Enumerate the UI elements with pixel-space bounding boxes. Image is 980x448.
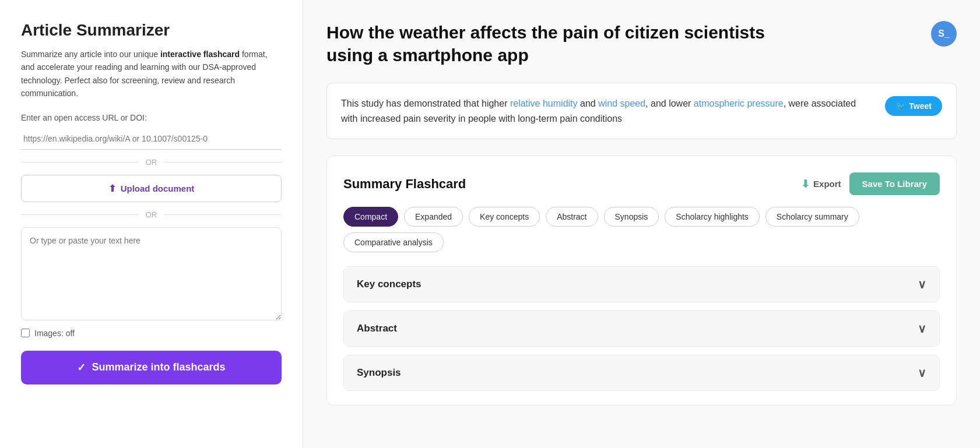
description-start: Summarize any article into our unique (21, 50, 160, 59)
tab-scholarcy-summary[interactable]: Scholarcy summary (765, 207, 859, 227)
summary-link-pressure[interactable]: atmospheric pressure (694, 98, 784, 108)
accordion-list: Key concepts ∨ Abstract ∨ Synopsis ∨ (343, 266, 940, 391)
tweet-button[interactable]: 🐦 Tweet (885, 96, 942, 116)
article-header: How the weather affects the pain of citi… (326, 21, 957, 66)
url-input[interactable] (21, 128, 282, 150)
accordion-header-0[interactable]: Key concepts ∨ (344, 267, 939, 302)
tab-comparative-analysis[interactable]: Comparative analysis (343, 232, 444, 252)
avatar[interactable]: S_ (931, 21, 957, 47)
accordion-item: Abstract ∨ (343, 311, 940, 347)
accordion-header-1[interactable]: Abstract ∨ (344, 311, 939, 346)
chevron-down-icon: ∨ (918, 322, 926, 336)
or-divider-2: OR (21, 210, 282, 219)
tweet-icon: 🐦 (895, 101, 905, 111)
summary-text-between1: and (578, 98, 599, 108)
tab-compact[interactable]: Compact (343, 207, 398, 227)
upload-button[interactable]: ⬆ Upload document (21, 175, 282, 202)
tab-scholarcy-highlights[interactable]: Scholarcy highlights (665, 207, 760, 227)
or-divider-1: OR (21, 158, 282, 167)
accordion-item: Key concepts ∨ (343, 266, 940, 302)
accordion-label-1: Abstract (357, 323, 397, 334)
accordion-label-2: Synopsis (357, 367, 401, 379)
accordion-label-0: Key concepts (357, 278, 421, 290)
article-title: How the weather affects the pain of citi… (326, 21, 805, 66)
tab-key-concepts[interactable]: Key concepts (469, 207, 540, 227)
summarize-label: Summarize into flashcards (92, 361, 225, 373)
tab-abstract[interactable]: Abstract (546, 207, 598, 227)
images-checkbox-row: Images: off (21, 329, 282, 338)
description-bold: interactive flashcard (160, 50, 240, 59)
right-panel: How the weather affects the pain of citi… (303, 0, 980, 448)
accordion-header-2[interactable]: Synopsis ∨ (344, 355, 939, 390)
text-input[interactable] (21, 227, 282, 320)
images-checkbox[interactable] (21, 329, 30, 337)
tweet-label: Tweet (909, 101, 932, 111)
export-label: Export (813, 179, 841, 189)
flashcard-header: Summary Flashcard ⬇ Export Save To Libra… (343, 172, 940, 195)
export-icon: ⬇ (801, 178, 810, 191)
url-label: Enter an open access URL or DOI: (21, 113, 282, 122)
summary-box: This study has demonstrated that higher … (326, 83, 957, 139)
flashcard-section: Summary Flashcard ⬇ Export Save To Libra… (326, 156, 957, 405)
tab-synopsis[interactable]: Synopsis (604, 207, 659, 227)
tab-expanded[interactable]: Expanded (404, 207, 463, 227)
tab-row: CompactExpandedKey conceptsAbstractSynop… (343, 207, 940, 252)
upload-icon: ⬆ (108, 183, 116, 194)
upload-label: Upload document (121, 184, 195, 193)
save-to-library-button[interactable]: Save To Library (849, 172, 940, 195)
summary-text: This study has demonstrated that higher … (341, 96, 873, 126)
flashcard-title: Summary Flashcard (343, 177, 466, 192)
export-button[interactable]: ⬇ Export (801, 178, 841, 191)
app-description: Summarize any article into our unique in… (21, 48, 282, 100)
summary-text-between2: , and lower (645, 98, 694, 108)
left-panel: Article Summarizer Summarize any article… (0, 0, 303, 448)
images-label: Images: off (34, 329, 75, 338)
summarize-button[interactable]: ✓ Summarize into flashcards (21, 351, 282, 384)
summary-link-humidity[interactable]: relative humidity (510, 98, 578, 108)
flashcard-actions: ⬇ Export Save To Library (801, 172, 940, 195)
summary-link-wind[interactable]: wind speed (598, 98, 645, 108)
accordion-item: Synopsis ∨ (343, 355, 940, 391)
summary-text-before: This study has demonstrated that higher (341, 98, 510, 108)
checkmark-icon: ✓ (77, 361, 86, 374)
app-title: Article Summarizer (21, 21, 282, 40)
chevron-down-icon: ∨ (918, 366, 926, 380)
chevron-down-icon: ∨ (918, 277, 926, 291)
